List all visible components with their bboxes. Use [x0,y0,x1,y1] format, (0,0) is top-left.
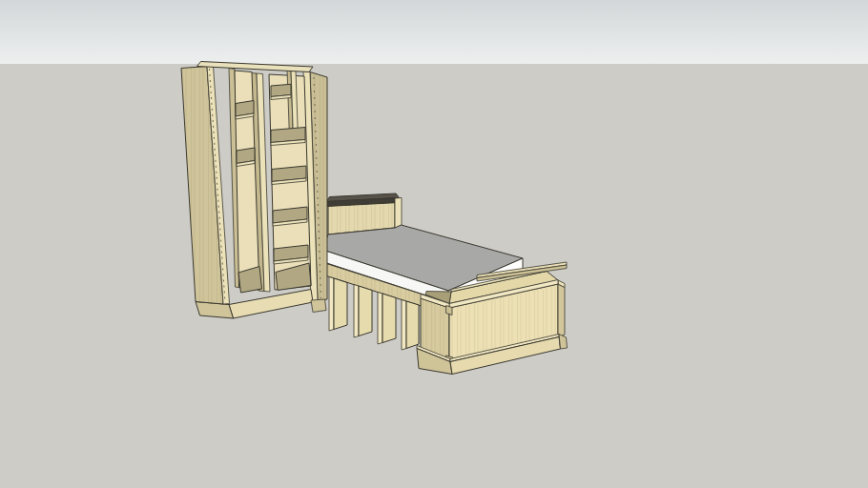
platform-bed-headboard-post [395,198,402,229]
platform-bed-fin2-face [359,286,372,336]
platform-bed-fin3-face [382,294,396,343]
platform-bed-fin1-face [334,278,347,330]
shelf-wardrobe-base-right-foot [311,299,326,313]
furniture-scene [0,0,868,488]
storage-chest-corner-post-top [446,306,453,315]
platform-bed-fin2-edge [354,285,359,338]
model-viewport[interactable] [0,0,868,488]
sky [0,0,868,64]
platform-bed-fin1-edge [329,277,334,332]
platform-bed-fin4-edge [402,300,406,351]
shelf-wardrobe [181,62,327,319]
storage-chest-right-end-sliver [558,284,565,337]
shelf-wardrobe-base-left [196,302,234,319]
platform-bed-fin3-edge [378,293,382,345]
platform-bed-fin4-face [406,301,419,349]
